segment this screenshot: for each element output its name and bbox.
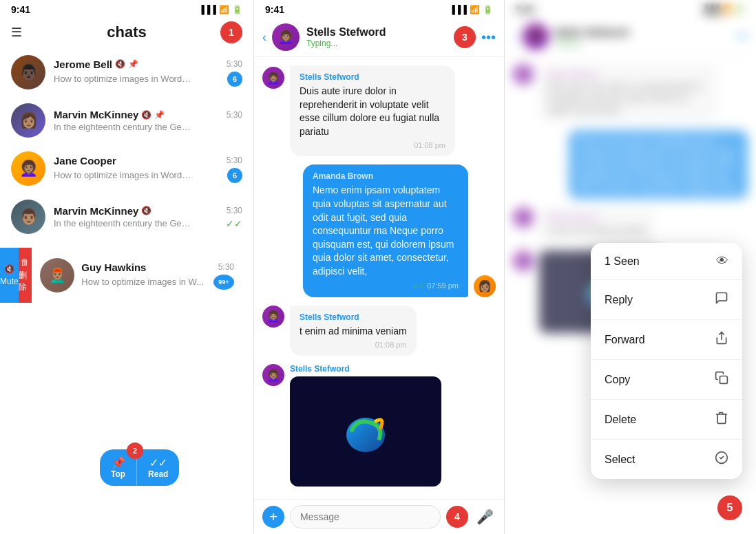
image-content (290, 376, 441, 487)
avatar: 👨🏿 (11, 55, 45, 89)
chat-panel: 9:41 ▐▐▐ 📶 🔋 ‹ 👩🏽‍🦱 Stells Stefword Typi… (253, 0, 505, 534)
context-menu-delete[interactable]: Delete (591, 400, 742, 440)
context-menu: 1 Seen 👁 Reply Forward (591, 243, 742, 479)
header-info: Stells Stefword Typing... (306, 26, 454, 48)
avatar: 👩🏽 (11, 103, 45, 138)
top-button[interactable]: 📌 Top 2 (100, 449, 136, 486)
message-input[interactable] (290, 505, 441, 528)
context-menu-forward[interactable]: Forward (591, 320, 742, 360)
chat-info: Marvin McKinney 🔇 5:30 In the eighteenth… (54, 205, 242, 229)
received-bubble: Stells Stefword Duis aute irure dolor in… (290, 65, 455, 156)
chat-time: 5:30 (227, 110, 242, 120)
menu-icon[interactable]: ☰ (11, 25, 22, 40)
badge-4: 4 (446, 506, 468, 528)
sender-avatar: 👩🏽‍🦱 (262, 364, 284, 386)
list-item[interactable]: 🔇 Mute 🗑 删除 👨🏽‍🦰 Gu (0, 241, 253, 310)
forward-icon (715, 331, 728, 348)
avatar: 👨🏽‍🦰 (40, 258, 74, 292)
chat-name-row: Marvin McKinney 🔇 📌 5:30 (54, 109, 242, 120)
message-bubble: Stells Stefword t enim ad minima veniam … (290, 306, 417, 356)
read-button[interactable]: ✓✓ Read (136, 449, 179, 486)
chat-name: Jerome Bell 🔇 📌 (54, 58, 138, 70)
list-item[interactable]: 👨🏽 Marvin McKinney 🔇 5:30 In the eightee… (0, 193, 253, 241)
chat-preview: How to optimize images in W... (81, 277, 204, 287)
copy-label: Copy (605, 374, 630, 386)
image-bubble: Stells Stefword (290, 364, 441, 487)
contact-name: Stells Stefword (306, 26, 454, 39)
image-sender-name: Stells Stefword (290, 364, 441, 374)
list-item[interactable]: 👩🏽 Marvin McKinney 🔇 📌 5:30 In the eight… (0, 96, 253, 145)
sender-avatar: 👩🏽‍🦱 (262, 306, 284, 328)
list-item[interactable]: 👩🏽‍🦱 Jane Cooper 5:30 How to optimize im… (0, 145, 253, 193)
message-bubble: Amanda Brown Nemo enim ipsam voluptatem … (303, 164, 468, 297)
chats-header: ☰ chats 1 (0, 18, 253, 48)
chats-title: chats (107, 23, 146, 41)
chat-name: Marvin McKinney 🔇 📌 (54, 109, 165, 120)
chat-name-row: Guy Hawkins 5:30 (81, 261, 234, 273)
message-bubble: Stells Stefword Duis aute irure dolor in… (290, 65, 455, 156)
context-menu-copy[interactable]: Copy (591, 360, 742, 400)
avatar: 👨🏽 (11, 200, 45, 234)
unread-badge: 6 (227, 168, 242, 183)
message-text: Duis aute irure dolor in reprehenderit i… (300, 85, 445, 138)
message-time: 01:08 pm (300, 341, 407, 349)
wifi-icon: 📶 (470, 5, 480, 14)
message-received: 👩🏽‍🦱 Stells Stefword t enim ad minima ve… (262, 306, 496, 356)
context-menu-reply[interactable]: Reply (591, 280, 742, 320)
sender-name: Stells Stefword (300, 72, 445, 82)
wifi-icon: 📶 (219, 5, 229, 14)
signal-icons-middle: ▐▐▐ 📶 🔋 (449, 5, 493, 14)
copy-icon (715, 371, 728, 388)
context-menu-seen[interactable]: 1 Seen 👁 (591, 243, 742, 280)
message-text: t enim ad minima veniam (300, 325, 407, 339)
chat-time: 5:30 (227, 156, 242, 165)
chat-input-bar: + 4 🎤 (254, 499, 504, 534)
image-message: 👩🏽‍🦱 Stells Stefword (262, 364, 496, 487)
chat-info: Jane Cooper 5:30 How to optimize images … (54, 155, 242, 183)
mute-icon: 🔇 (141, 110, 151, 120)
svg-rect-3 (720, 376, 728, 384)
partial-chat-info: 👨🏽‍🦰 Guy Hawkins 5:30 How to optimize im… (32, 248, 242, 303)
chat-list: 👨🏿 Jerome Bell 🔇 📌 5:30 How to optimize … (0, 48, 253, 534)
chat-preview: How to optimize images in WordPress for.… (54, 170, 191, 180)
add-attachment-button[interactable]: + (262, 506, 284, 528)
mute-swipe-label: Mute (0, 277, 19, 286)
sent-bubble: Amanda Brown Nemo enim ipsam voluptatem … (303, 164, 468, 297)
message-time: 01:08 pm (300, 141, 445, 149)
top-read-container: 📌 Top 2 ✓✓ Read (100, 449, 179, 486)
reply-label: Reply (605, 294, 633, 306)
context-menu-select[interactable]: Select (591, 440, 742, 479)
back-button[interactable]: ‹ (262, 30, 266, 45)
seen-label: 1 Seen (605, 255, 640, 268)
chat-name-row: Marvin McKinney 🔇 5:30 (54, 205, 242, 217)
forward-label: Forward (605, 334, 645, 346)
right-panel: 9:41 ▐▐▐ 📶 🔋 ‹ 👩🏽‍🦱 Stells Stefword Typi… (505, 0, 756, 534)
time-middle: 9:41 (265, 4, 284, 15)
mute-icon: 🔇 (115, 59, 125, 69)
chat-info: Marvin McKinney 🔇 📌 5:30 In the eighteen… (54, 109, 242, 132)
chat-name: Jane Cooper (54, 155, 116, 167)
message-text: Nemo enim ipsam voluptatem quia voluptas… (313, 184, 459, 278)
badge-2: 2 (127, 442, 143, 459)
read-label: Read (148, 469, 168, 479)
delete-label: Delete (605, 414, 636, 426)
send-icon[interactable]: 🎤 (474, 506, 496, 528)
list-item[interactable]: 👨🏿 Jerome Bell 🔇 📌 5:30 How to optimize … (0, 48, 253, 96)
status-bar-middle: 9:41 ▐▐▐ 📶 🔋 (254, 0, 504, 18)
swipe-mute-button[interactable]: 🔇 Mute (0, 248, 19, 303)
select-label: Select (605, 453, 635, 466)
delete-swipe-label: 删除 (19, 270, 32, 293)
chat-time: 5:30 (227, 206, 242, 215)
chat-name-row: Jane Cooper 5:30 (54, 155, 242, 167)
chat-preview: How to optimize images in WordPress for.… (54, 74, 191, 84)
pin-icon: 📌 (154, 110, 165, 120)
swipe-delete-button[interactable]: 🗑 删除 (19, 248, 32, 303)
chats-panel: 9:41 ▐▐▐ 📶 🔋 ☰ chats 1 👨🏿 Jerome Bell 🔇 (0, 0, 253, 534)
chat-preview: In the eighteenth century the German phi… (54, 122, 191, 132)
seen-icon: 👁 (716, 254, 728, 268)
delete-icon (715, 411, 728, 428)
read-check-icon: ✓✓ (149, 456, 167, 469)
dots-menu-icon[interactable]: ••• (481, 30, 496, 45)
status-bar-left: 9:41 ▐▐▐ 📶 🔋 (0, 0, 253, 18)
chat-name: Marvin McKinney 🔇 (54, 205, 151, 217)
